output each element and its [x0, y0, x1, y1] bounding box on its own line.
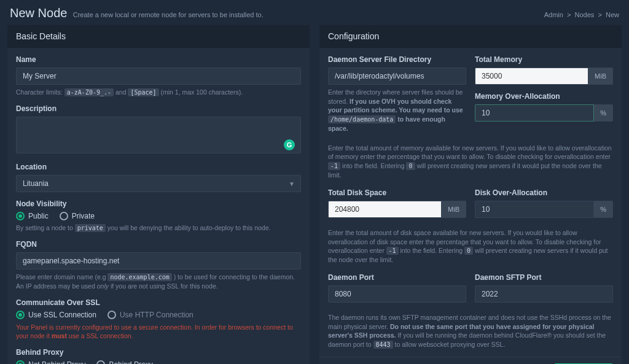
location-label: Location — [16, 163, 301, 171]
ssl-use-ssl-radio[interactable]: Use SSL Connection — [16, 311, 96, 319]
visibility-public-radio[interactable]: Public — [16, 212, 49, 220]
radio-icon — [16, 212, 25, 220]
memory-over-input[interactable] — [475, 104, 594, 122]
total-memory-label: Total Memory — [475, 55, 613, 64]
sftp-port-label: Daemon SFTP Port — [475, 273, 613, 282]
radio-icon — [60, 212, 68, 220]
port-help: The daemon runs its own SFTP management … — [328, 313, 613, 349]
visibility-help: By setting a node to private you will be… — [16, 223, 301, 233]
disk-over-label: Disk Over-Allocation — [475, 188, 613, 197]
breadcrumb: Admin > Nodes > New — [544, 11, 619, 18]
unit-percent: % — [594, 201, 613, 218]
radio-icon — [96, 360, 105, 364]
daemon-dir-input[interactable] — [328, 68, 466, 85]
unit-mib: MiB — [442, 201, 466, 218]
location-select[interactable]: Lituania — [16, 175, 301, 192]
proxy-label: Behind Proxy — [16, 348, 301, 357]
name-label: Name — [16, 55, 301, 64]
breadcrumb-admin[interactable]: Admin — [544, 11, 563, 18]
unit-mib: MiB — [588, 68, 613, 85]
memory-help: Enter the total amount of memory availab… — [328, 144, 613, 180]
ssl-label: Communicate Over SSL — [16, 298, 301, 307]
configuration-title: Configuration — [319, 25, 622, 48]
proxy-not-behind-radio[interactable]: Not Behind Proxy — [16, 360, 85, 364]
daemon-port-label: Daemon Port — [328, 273, 466, 282]
fqdn-input[interactable] — [16, 252, 301, 269]
unit-percent: % — [594, 104, 613, 122]
page-title: New Node — [10, 6, 67, 20]
ssl-warning: Your Panel is currently configured to us… — [16, 323, 301, 341]
page-subtitle: Create a new local or remote node for se… — [73, 11, 264, 18]
daemon-port-input[interactable] — [328, 285, 466, 303]
basic-details-panel: Basic Details Name Character limits: a-z… — [7, 25, 310, 364]
disk-over-input[interactable] — [475, 201, 594, 218]
name-input[interactable] — [16, 68, 301, 85]
visibility-label: Node Visibility — [16, 199, 301, 208]
radio-icon — [107, 311, 116, 319]
description-label: Description — [16, 104, 301, 113]
memory-over-label: Memory Over-Allocation — [475, 92, 613, 101]
fqdn-help: Please enter domain name (e.g node.examp… — [16, 273, 301, 291]
page-header: New Node Create a new local or remote no… — [0, 0, 629, 25]
daemon-dir-label: Daemon Server File Directory — [328, 55, 466, 64]
radio-icon — [16, 311, 25, 319]
configuration-panel: Configuration Daemon Server File Directo… — [319, 25, 622, 364]
description-input[interactable] — [16, 117, 301, 153]
fqdn-label: FQDN — [16, 240, 301, 249]
breadcrumb-current: New — [606, 11, 619, 18]
visibility-private-radio[interactable]: Private — [60, 212, 95, 220]
sftp-port-input[interactable] — [475, 285, 613, 303]
total-disk-label: Total Disk Space — [328, 188, 466, 197]
proxy-behind-radio[interactable]: Behind Proxy — [96, 360, 152, 364]
total-memory-input[interactable] — [475, 68, 588, 85]
breadcrumb-nodes[interactable]: Nodes — [575, 11, 595, 18]
disk-help: Enter the total amount of disk space ava… — [328, 228, 613, 265]
daemon-dir-help: Enter the directory where server files s… — [328, 88, 466, 133]
ssl-use-http-radio[interactable]: Use HTTP Connection — [107, 311, 193, 319]
radio-icon — [16, 360, 25, 364]
grammarly-icon[interactable]: G — [284, 139, 295, 150]
basic-details-title: Basic Details — [7, 25, 310, 48]
total-disk-input[interactable] — [328, 201, 442, 218]
name-help: Character limits: a-zA-Z0-9_.- and [Spac… — [16, 88, 301, 97]
